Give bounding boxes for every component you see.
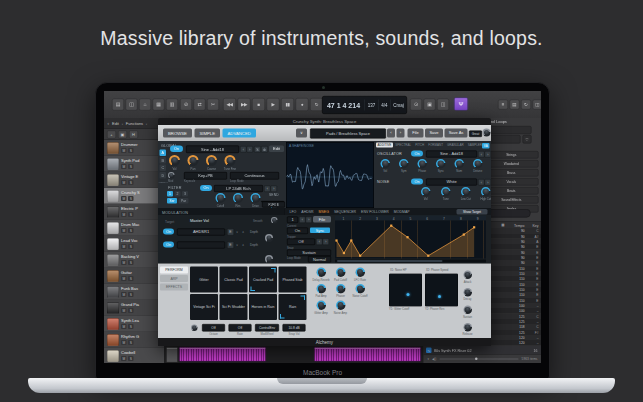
- mute-button[interactable]: M: [121, 324, 127, 329]
- oscillator-knob[interactable]: [381, 159, 391, 169]
- transform-pad-cell[interactable]: Horses in Rain: [249, 294, 277, 320]
- mute-button[interactable]: M: [121, 148, 127, 153]
- solo-button[interactable]: S: [128, 276, 134, 281]
- adsr-knob[interactable]: [463, 323, 472, 332]
- transform-pad-cell[interactable]: Phased Stab: [279, 267, 307, 293]
- browsers-icon[interactable]: ◫: [533, 100, 542, 110]
- noise-type-dropdown[interactable]: White: [426, 179, 477, 186]
- favorites-heart-icon[interactable]: ♡: [523, 135, 532, 144]
- oscillator-type-tab[interactable]: PITCH: [414, 143, 426, 148]
- filter-next-button[interactable]: ›: [271, 186, 278, 193]
- smooth-knob[interactable]: [271, 217, 278, 224]
- filter-slot-button[interactable]: 3: [182, 191, 188, 197]
- track-row[interactable]: Synth Pad M S: [104, 156, 164, 172]
- loop-category-button[interactable]: Vocals: [484, 178, 539, 186]
- apple-loops-icon[interactable]: ↻: [521, 100, 531, 110]
- solo-button[interactable]: S: [128, 356, 134, 361]
- tempo-column-header[interactable]: Tempo: [507, 223, 525, 227]
- mod-source-dropdown[interactable]: [177, 242, 225, 249]
- filter-knob[interactable]: [216, 193, 226, 203]
- functions-menu[interactable]: Functions: [126, 121, 143, 126]
- perform-tab[interactable]: PERFORM: [160, 267, 188, 274]
- forward-button[interactable]: ▶▶: [238, 98, 251, 111]
- preset-name-field[interactable]: Pads / Breathless Space: [310, 129, 386, 139]
- mseg-trigger-dropdown[interactable]: Off: [287, 239, 315, 246]
- filter-slot-button[interactable]: 2: [175, 191, 181, 197]
- xy-dot[interactable]: [438, 295, 441, 298]
- filter-slot-button[interactable]: 1: [167, 191, 173, 197]
- oscillator-type-tab[interactable]: SPECTRAL: [394, 143, 413, 148]
- mod-target-value[interactable]: Master Vol: [190, 219, 209, 224]
- midi-region[interactable]: [314, 347, 421, 362]
- midi-region[interactable]: [179, 347, 266, 362]
- filter-routing-button[interactable]: Ser: [167, 198, 177, 204]
- mute-button[interactable]: M: [121, 308, 127, 313]
- track-row[interactable]: Crunchy S M S: [104, 188, 164, 204]
- mod-row-on-button[interactable]: On: [163, 242, 174, 248]
- note-pads-icon[interactable]: ▤: [510, 100, 520, 110]
- adsr-knob[interactable]: [463, 288, 472, 297]
- oscillator-next-button[interactable]: ›: [485, 151, 492, 158]
- mod-knob[interactable]: [168, 172, 175, 179]
- library-icon[interactable]: ▤: [112, 99, 124, 111]
- output-icon[interactable]: ◫: [437, 99, 449, 111]
- source-name-dropdown[interactable]: Sine - Add18: [186, 146, 239, 154]
- add-track-button[interactable]: +: [107, 130, 116, 138]
- source-knob[interactable]: [225, 155, 236, 166]
- track-row[interactable]: Cowbell M S: [104, 348, 164, 363]
- mod-row-on-button[interactable]: On: [163, 229, 174, 235]
- chevron-down-icon[interactable]: ∨: [236, 243, 238, 247]
- mute-button[interactable]: M: [121, 196, 127, 201]
- perform-tab[interactable]: EFFECTS: [160, 284, 188, 291]
- keyscale-dropdown[interactable]: Key+PB: [184, 172, 227, 180]
- track-row[interactable]: Lead Voc M S: [104, 236, 164, 252]
- chevron-up-icon[interactable]: ∧: [242, 243, 244, 247]
- quality-dropdown[interactable]: Great: [469, 131, 482, 138]
- plugin-view-tab[interactable]: BROWSE: [163, 129, 192, 138]
- solo-button[interactable]: S: [128, 180, 134, 185]
- mseg-current-dropdown[interactable]: On: [287, 228, 308, 235]
- noise-knob[interactable]: [421, 187, 431, 197]
- perform-knob[interactable]: [336, 284, 346, 294]
- chevron-up-icon[interactable]: ∧: [242, 230, 244, 234]
- mute-button[interactable]: M: [121, 292, 127, 297]
- track-row[interactable]: Drummer M S: [104, 140, 164, 156]
- pointer-tool-icon[interactable]: ⌖: [107, 121, 110, 127]
- track-row[interactable]: Vintage E M S: [104, 172, 164, 188]
- mute-button[interactable]: M: [121, 244, 127, 249]
- master-volume-icon[interactable]: ⊙: [410, 99, 422, 111]
- oscillator-knob[interactable]: [399, 159, 409, 169]
- source-knob[interactable]: [169, 155, 180, 166]
- track-row[interactable]: Rhythm G M S: [104, 332, 164, 348]
- send-target-dropdown[interactable]: F1/FX B: [262, 202, 285, 208]
- transform-morph-knob[interactable]: [191, 325, 198, 332]
- oscillator-type-tab[interactable]: SAMPLER: [466, 143, 483, 148]
- mod-depth-knob[interactable]: [265, 234, 273, 242]
- perform-control-dropdown[interactable]: Off: [202, 324, 225, 332]
- track-row[interactable]: Backing V M S: [104, 252, 164, 268]
- save-as-button[interactable]: Save As: [445, 129, 468, 138]
- adsr-knob[interactable]: [463, 306, 472, 315]
- lcd-time-signature[interactable]: 4/4: [379, 103, 391, 108]
- autopunch-icon[interactable]: ✂: [207, 99, 219, 111]
- loop-category-button[interactable]: Strings: [484, 151, 539, 159]
- mod-e-button[interactable]: E: [227, 242, 234, 249]
- filter-knob[interactable]: [251, 193, 261, 203]
- track-row[interactable]: Guitar M S: [104, 268, 164, 284]
- filter-type-dropdown[interactable]: LP 24dB Rich: [214, 185, 263, 192]
- mod-e-button[interactable]: E: [227, 229, 234, 236]
- loop-mode-dropdown[interactable]: Continuous: [230, 172, 279, 180]
- perform-knob[interactable]: [336, 268, 346, 278]
- modulator-tab[interactable]: LFO: [290, 210, 297, 214]
- master-volume-knob[interactable]: [483, 129, 491, 137]
- preset-next-button[interactable]: ›: [397, 129, 405, 138]
- record-button[interactable]: ●: [296, 98, 309, 111]
- modulator-tab[interactable]: MSEG: [319, 210, 329, 214]
- preset-browse-button[interactable]: ∨: [296, 129, 307, 138]
- display-mode-icon[interactable]: ▣: [424, 99, 436, 111]
- va-button[interactable]: VA: [482, 143, 490, 149]
- mute-button[interactable]: M: [121, 212, 127, 217]
- morph-tab[interactable]: MORPH: [159, 181, 168, 184]
- solo-button[interactable]: S: [128, 212, 134, 217]
- solo-button[interactable]: S: [128, 148, 134, 153]
